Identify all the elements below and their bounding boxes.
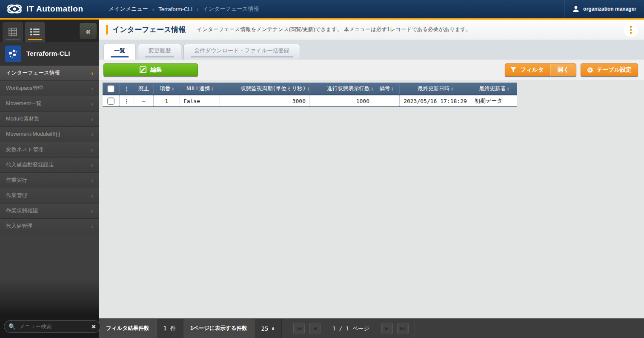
row-menu-header: ⋮ bbox=[120, 83, 134, 95]
column-header-last-updater[interactable]: 最終更新者 ▲▼ bbox=[471, 83, 517, 95]
tab-change-history[interactable]: 変更履歴 bbox=[138, 44, 181, 60]
column-header-progress-rows[interactable]: 進行状態表示行数 ▲▼ bbox=[309, 83, 373, 95]
sidebar-item-interface-info[interactable]: インターフェース情報 › bbox=[0, 66, 99, 81]
main-content: インターフェース情報 インターフェース情報をメンテナンス(閲覧/更新)できます。… bbox=[99, 20, 644, 338]
column-header-remarks[interactable]: 備考 ▲▼ bbox=[373, 83, 400, 95]
sort-arrows-icon[interactable]: ▲▼ bbox=[392, 86, 393, 91]
sidebar-item-operation-status[interactable]: 作業状態確認 › bbox=[0, 203, 99, 219]
column-header-null-link[interactable]: NULL連携 ▲▼ bbox=[180, 83, 220, 95]
edit-button[interactable]: 編集 bbox=[103, 63, 198, 76]
filter-button[interactable]: フィルタ 開く bbox=[505, 63, 576, 76]
select-all-checkbox[interactable] bbox=[107, 85, 114, 92]
sidebar-tab-list-view[interactable] bbox=[25, 22, 45, 42]
sidebar-item-operation-mgmt[interactable]: 作業管理 › bbox=[0, 188, 99, 203]
sidebar-item-variable-nest-mgmt[interactable]: 変数ネスト管理 › bbox=[0, 142, 99, 158]
menu-item-label: Workspace管理 bbox=[6, 85, 43, 92]
table-settings-button[interactable]: テーブル設定 bbox=[581, 63, 638, 76]
sidebar-collapse-button[interactable]: « bbox=[80, 23, 97, 39]
tab-underline bbox=[145, 56, 174, 57]
per-page-label: 1ページに表示する件数 bbox=[183, 319, 254, 338]
kebab-menu-icon: ⋮ bbox=[124, 98, 129, 104]
cell-discard: — bbox=[134, 95, 154, 106]
sort-arrows-icon[interactable]: ▲▼ bbox=[451, 86, 453, 91]
next-page-button[interactable]: ▶ bbox=[381, 323, 393, 334]
page-indicator: 1 / 1 ページ bbox=[325, 325, 377, 332]
user-icon bbox=[572, 5, 580, 13]
sidebar-item-movement-list[interactable]: Movement一覧 › bbox=[0, 96, 99, 112]
menu-item-label: 作業管理 bbox=[6, 192, 27, 199]
cell-monitor-cycle: 3000 bbox=[220, 95, 309, 106]
sort-arrows-icon[interactable]: ▲▼ bbox=[307, 86, 309, 91]
chevron-right-icon: › bbox=[91, 161, 93, 169]
column-label: 最終更新日時 bbox=[418, 85, 449, 92]
sidebar-item-substitution-auto-reg[interactable]: 代入値自動登録設定 › bbox=[0, 158, 99, 173]
search-icon: 🔍 bbox=[9, 323, 16, 330]
row-menu-cell[interactable]: ⋮ bbox=[120, 95, 134, 106]
app-logo[interactable]: IT Automation bbox=[0, 0, 99, 18]
first-page-button[interactable]: ◀ bbox=[293, 323, 305, 334]
cell-value: — bbox=[142, 98, 146, 104]
sidebar-item-movement-module-link[interactable]: Movement-Module紐付 › bbox=[0, 127, 99, 142]
app-title: IT Automation bbox=[26, 4, 83, 14]
page-title: インターフェース情報 bbox=[112, 25, 186, 34]
chevron-up-icon: ∧ bbox=[272, 326, 275, 331]
page-menu-button[interactable] bbox=[624, 23, 638, 37]
cell-progress-rows: 1000 bbox=[309, 95, 373, 106]
menu-search-box: 🔍 ✖ bbox=[4, 320, 100, 333]
cell-remarks bbox=[373, 95, 400, 106]
cell-last-updater: 初期データ bbox=[471, 95, 517, 106]
tab-label: 一覧 bbox=[114, 47, 125, 54]
column-header-no[interactable]: 項番 ▲▼ bbox=[154, 83, 180, 95]
per-page-select[interactable]: 25 ∧ bbox=[254, 319, 281, 338]
tab-list[interactable]: 一覧 bbox=[103, 44, 136, 60]
sort-arrows-icon[interactable]: ▲▼ bbox=[371, 86, 373, 91]
row-checkbox[interactable] bbox=[107, 97, 114, 105]
cell-last-update: 2023/05/16 17:18:29 bbox=[400, 95, 471, 106]
chevron-right-icon: › bbox=[91, 207, 93, 215]
sort-arrows-icon[interactable]: ▲▼ bbox=[212, 86, 213, 91]
sort-arrows-icon[interactable]: ▲▼ bbox=[172, 86, 174, 91]
last-page-button[interactable]: ▶ bbox=[397, 323, 409, 334]
workspace-title: Terraform-CLI bbox=[26, 50, 70, 57]
chevron-right-icon: › bbox=[91, 131, 93, 138]
tab-label: 全件ダウンロード・ファイル一括登録 bbox=[194, 47, 289, 54]
tab-underline bbox=[111, 56, 129, 57]
column-label: 最終更新者 bbox=[479, 85, 506, 92]
filter-open-button[interactable]: 開く bbox=[550, 64, 576, 76]
prev-page-button[interactable]: ◀ bbox=[309, 323, 321, 334]
kebab-menu-icon: ⋮ bbox=[124, 86, 129, 92]
breadcrumb-workspace[interactable]: Terraform-CLI bbox=[158, 6, 192, 12]
sidebar-search-zone: 🔍 ✖ bbox=[0, 315, 99, 338]
column-label: NULL連携 bbox=[186, 85, 210, 92]
menu-item-label: 代入値管理 bbox=[6, 223, 33, 230]
user-menu[interactable]: organization manager bbox=[564, 0, 644, 18]
grid-icon bbox=[8, 27, 17, 37]
chevron-right-icon: › bbox=[91, 146, 93, 153]
sidebar-tab-grid-view[interactable] bbox=[3, 22, 23, 42]
sidebar-item-module-materials[interactable]: Module素材集 › bbox=[0, 112, 99, 127]
filter-button-label: フィルタ bbox=[520, 66, 544, 74]
menu-search-input[interactable] bbox=[19, 324, 88, 329]
sidebar-item-workspace-mgmt[interactable]: Workspace管理 › bbox=[0, 81, 99, 96]
last-page-icon: ▶ bbox=[400, 326, 404, 331]
sidebar-item-execute[interactable]: 作業実行 › bbox=[0, 173, 99, 188]
menu-item-label: 変数ネスト管理 bbox=[6, 146, 43, 153]
select-all-header bbox=[103, 83, 120, 95]
sidebar-filler bbox=[0, 234, 99, 315]
list-icon bbox=[30, 28, 40, 36]
sidebar-menu: インターフェース情報 › Workspace管理 › Movement一覧 › … bbox=[0, 66, 99, 234]
sidebar-item-substitution-mgmt[interactable]: 代入値管理 › bbox=[0, 219, 99, 234]
breadcrumb: メインメニュー › Terraform-CLI › インターフェース情報 bbox=[99, 5, 564, 13]
breadcrumb-current-page: インターフェース情報 bbox=[203, 5, 259, 13]
column-header-last-update[interactable]: 最終更新日時 ▲▼ bbox=[400, 83, 471, 95]
table-footer-bar: フィルタ結果件数 1 件 1ページに表示する件数 25 ∧ ◀ ◀ 1 / 1 … bbox=[99, 318, 644, 338]
column-header-monitor-cycle[interactable]: 状態監視周期(単位ミリ秒) ▲▼ bbox=[220, 83, 309, 95]
tab-underline bbox=[6, 39, 20, 40]
chevron-right-icon: › bbox=[91, 115, 93, 123]
tab-bulk-download-upload[interactable]: 全件ダウンロード・ファイル一括登録 bbox=[183, 44, 300, 60]
clear-search-icon[interactable]: ✖ bbox=[91, 324, 96, 330]
sort-arrows-icon[interactable]: ▲▼ bbox=[507, 86, 509, 91]
breadcrumb-main-menu[interactable]: メインメニュー bbox=[109, 5, 148, 13]
collapse-icon: « bbox=[86, 26, 90, 36]
table-row: ⋮ — 1 False 3000 1000 2023/05/16 17:18:2… bbox=[103, 95, 517, 107]
